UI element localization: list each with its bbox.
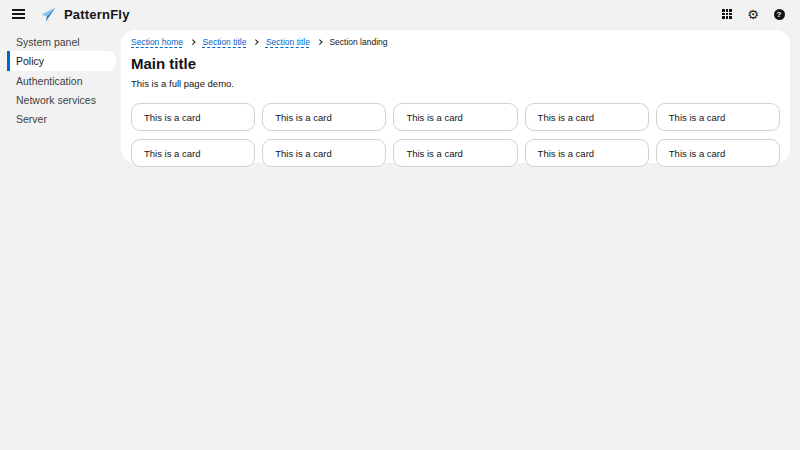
settings-gear-icon[interactable]: ⚙	[744, 5, 762, 23]
card: This is a card	[525, 103, 649, 131]
card: This is a card	[393, 103, 517, 131]
sidebar-item-server[interactable]: Server	[0, 109, 121, 128]
sidebar-item-policy[interactable]: Policy	[7, 51, 116, 71]
card: This is a card	[525, 139, 649, 167]
breadcrumb-chevron-icon	[317, 40, 322, 45]
card-text: This is a card	[538, 148, 595, 159]
card-text: This is a card	[538, 112, 595, 123]
card-text: This is a card	[275, 148, 332, 159]
apps-grid-icon[interactable]	[718, 5, 736, 23]
breadcrumb-current: Section landing	[329, 37, 387, 47]
breadcrumb-link[interactable]: Section title	[202, 37, 246, 47]
masthead: PatternFly ⚙ ?	[0, 0, 800, 28]
breadcrumb-chevron-icon	[254, 40, 259, 45]
card-text: This is a card	[406, 112, 463, 123]
breadcrumb: Section homeSection titleSection titleSe…	[131, 37, 780, 47]
card-text: This is a card	[406, 148, 463, 159]
breadcrumb-link[interactable]: Section title	[266, 37, 310, 47]
card-text: This is a card	[275, 112, 332, 123]
question-circle-glyph: ?	[774, 9, 785, 20]
card: This is a card	[131, 103, 255, 131]
gear-glyph: ⚙	[747, 8, 759, 21]
card: This is a card	[262, 103, 386, 131]
brand[interactable]: PatternFly	[40, 6, 130, 23]
sidebar-item-system-panel[interactable]: System panel	[0, 32, 121, 51]
card-text: This is a card	[669, 112, 726, 123]
card: This is a card	[131, 139, 255, 167]
card-text: This is a card	[144, 112, 201, 123]
card-text: This is a card	[144, 148, 201, 159]
content-panel: Section homeSection titleSection titleSe…	[121, 30, 790, 163]
masthead-toolbar: ⚙ ?	[718, 5, 788, 23]
sidebar-item-network-services[interactable]: Network services	[0, 90, 121, 109]
help-icon[interactable]: ?	[770, 5, 788, 23]
sidebar: System panelPolicyAuthenticationNetwork …	[0, 28, 121, 450]
card: This is a card	[262, 139, 386, 167]
card: This is a card	[393, 139, 517, 167]
card: This is a card	[656, 139, 780, 167]
brand-name: PatternFly	[64, 7, 130, 22]
patternfly-logo-icon	[40, 6, 57, 23]
hamburger-menu-icon[interactable]	[8, 3, 30, 25]
breadcrumb-chevron-icon	[190, 40, 195, 45]
page-description: This is a full page demo.	[131, 78, 780, 89]
page-title: Main title	[131, 55, 780, 72]
breadcrumb-link[interactable]: Section home	[131, 37, 183, 47]
card: This is a card	[656, 103, 780, 131]
apps-grid-glyph	[722, 9, 731, 18]
sidebar-item-authentication[interactable]: Authentication	[0, 71, 121, 90]
cards-grid: This is a cardThis is a cardThis is a ca…	[131, 103, 780, 167]
card-text: This is a card	[669, 148, 726, 159]
